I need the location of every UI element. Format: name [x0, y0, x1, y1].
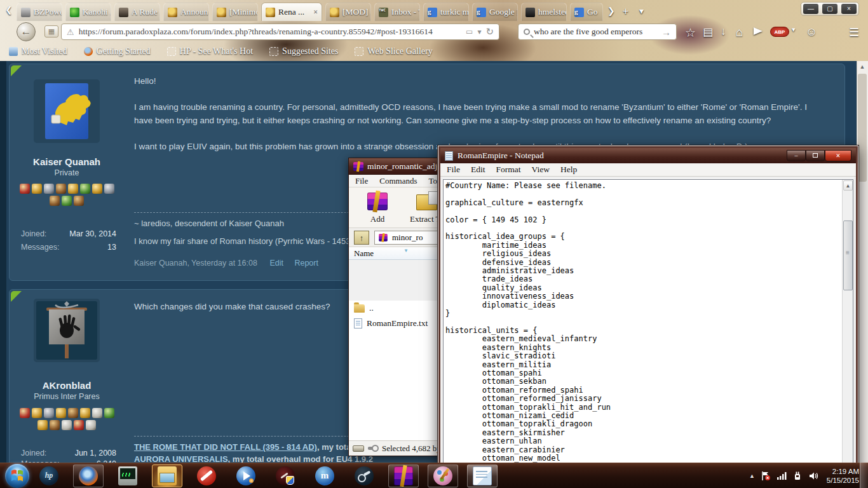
tab-bzpower[interactable]: BZPowe... — [17, 3, 62, 21]
tab-mod[interactable]: [MOD] ... — [325, 3, 371, 21]
scroll-up-icon[interactable]: ▲ — [843, 180, 853, 191]
menu-file[interactable]: File — [447, 165, 460, 176]
achievement-badge-icon — [80, 184, 90, 194]
taskbar-firefox[interactable] — [73, 464, 104, 487]
taskbar-winrar[interactable] — [388, 464, 419, 487]
bookmark-web-slice[interactable]: Web Slice Gallery — [355, 46, 432, 57]
notepad-titlebar[interactable]: RomanEmpire - Notepad – × — [440, 148, 856, 163]
search-box[interactable]: who are the five good emperors → — [518, 24, 677, 40]
share-pointer-icon[interactable] — [754, 27, 763, 35]
notepad-icon — [473, 466, 492, 485]
close-button[interactable]: × — [825, 150, 851, 161]
taskbar-gauge-app[interactable] — [270, 464, 301, 487]
close-button[interactable]: × — [841, 4, 857, 14]
edit-link[interactable]: Edit — [269, 259, 283, 268]
mod-link[interactable]: AURORA UNIVERSALIS — [134, 454, 228, 463]
tab-scroll-left-icon[interactable]: ❮ — [4, 5, 14, 17]
notepad-content[interactable]: #Country Name: Please see filename. grap… — [445, 182, 840, 482]
avatar[interactable] — [34, 299, 100, 362]
network-signal-icon[interactable] — [776, 471, 787, 481]
hamburger-menu-icon[interactable]: ☰ — [849, 25, 859, 39]
tab-turkic[interactable]: gturkic m... — [423, 3, 469, 21]
taskbar-media-player[interactable] — [231, 464, 261, 487]
avatar[interactable] — [34, 79, 100, 143]
taskbar-steam[interactable] — [349, 464, 379, 487]
reload-icon[interactable]: ↻ — [485, 26, 494, 37]
minimize-button[interactable]: — — [803, 4, 818, 14]
search-go-icon[interactable]: → — [661, 27, 671, 37]
back-button[interactable]: ← — [17, 22, 36, 41]
mod-link[interactable]: THE ROME THAT DID NOT FALL (395 - 814 AD… — [134, 442, 317, 452]
taskbar-messenger[interactable]: m — [309, 464, 340, 487]
maximize-button[interactable] — [806, 150, 825, 161]
taskbar-blocked-app[interactable] — [191, 464, 222, 487]
menu-edit[interactable]: Edit — [471, 165, 485, 176]
menu-tools[interactable]: To — [428, 176, 437, 187]
tab-a-rude[interactable]: A Rude ... — [114, 3, 160, 21]
show-hidden-icons-button[interactable]: ▲ — [749, 473, 755, 479]
url-text[interactable]: https://forum.paradoxplaza.com/forum/ind… — [79, 27, 461, 37]
minimize-button[interactable]: – — [787, 150, 806, 161]
bookmark-hp[interactable]: HP - See What's Hot — [167, 46, 253, 57]
feedback-smiley-icon[interactable]: ☺ — [806, 25, 817, 39]
notepad-text-area[interactable]: #Country Name: Please see filename. grap… — [443, 179, 853, 482]
menu-view[interactable]: View — [532, 165, 550, 176]
home-icon[interactable]: ⌂ — [736, 25, 743, 39]
taskbar-explorer[interactable] — [152, 464, 182, 487]
scrollbar-thumb[interactable] — [843, 220, 853, 290]
tab-minimod[interactable]: [Minimo... — [212, 3, 258, 21]
bookmark-getting-started[interactable]: Getting Started — [84, 46, 151, 57]
notepad-scrollbar[interactable]: ▲ — [842, 180, 853, 482]
taskbar-clock[interactable]: 2:19 AM 5/15/2015 — [827, 467, 859, 485]
new-tab-button[interactable]: + — [623, 6, 628, 17]
menu-help[interactable]: Help — [560, 165, 577, 176]
tab-scroll-right-icon[interactable]: ❯ — [607, 6, 615, 16]
reader-mode-icon[interactable]: ▭ — [466, 27, 473, 36]
taskbar: hp m ▲ 2:19 AM 5/15/2015 — [0, 463, 868, 488]
tab-close-icon[interactable]: × — [313, 8, 318, 17]
achievement-badges — [16, 184, 118, 206]
taskbar-notepad[interactable] — [467, 464, 498, 487]
power-plug-icon[interactable] — [792, 471, 803, 481]
abp-dropdown-icon[interactable]: ▾ — [792, 25, 796, 34]
tab-google[interactable]: gGoogle I... — [472, 3, 518, 21]
tab-label: Google I... — [489, 7, 518, 17]
volume-icon[interactable] — [808, 471, 818, 481]
url-bar[interactable]: ⚠ https://forum.paradoxplaza.com/forum/i… — [61, 24, 499, 40]
up-directory-button[interactable]: ↑ — [354, 231, 369, 245]
achievement-badge-icon — [62, 420, 72, 430]
downloads-icon[interactable]: ↓ — [721, 25, 726, 38]
action-center-flag-icon[interactable] — [761, 471, 771, 481]
tab-inbox[interactable]: TWCInbox - T... — [374, 3, 420, 21]
security-warning-icon[interactable]: ⚠ — [67, 27, 74, 37]
scrollbar-thumb[interactable] — [858, 74, 867, 182]
menu-file[interactable]: File — [355, 176, 368, 187]
url-dropdown-icon[interactable]: ▾ — [477, 27, 481, 36]
list-all-tabs-icon[interactable]: ▾ — [639, 6, 644, 16]
scroll-up-icon[interactable]: ▲ — [858, 62, 867, 71]
tab-renaming-active[interactable]: Rena ...× — [261, 3, 322, 21]
maximize-button[interactable]: ▢ — [822, 4, 837, 14]
tab-groups-icon[interactable]: ▦ — [44, 25, 58, 37]
bookmark-suggested-sites[interactable]: Suggested Sites — [269, 46, 338, 57]
tab-kanohi[interactable]: Kanohi ... — [65, 3, 111, 21]
show-desktop-button[interactable] — [860, 463, 868, 488]
tab-google-2[interactable]: gGo — [570, 3, 603, 21]
adblock-plus-icon[interactable]: ABP — [770, 27, 789, 37]
taskbar-resource-monitor[interactable] — [112, 464, 143, 487]
tab-hmelstee[interactable]: hmelstee... — [521, 3, 567, 21]
start-button[interactable] — [5, 464, 29, 488]
bookmark-most-visited[interactable]: Most Visited — [9, 46, 67, 57]
username[interactable]: Kaiser Quanah — [10, 156, 124, 167]
report-link[interactable]: Report — [294, 259, 318, 268]
add-button[interactable]: Add — [358, 190, 397, 227]
menu-format[interactable]: Format — [496, 165, 521, 176]
username[interactable]: AKronblad — [10, 380, 124, 391]
menu-commands[interactable]: Commands — [379, 176, 417, 187]
bookmarks-list-icon[interactable]: ▤ — [703, 25, 713, 39]
bookmark-star-icon[interactable]: ☆ — [685, 25, 696, 40]
taskbar-paint[interactable] — [428, 464, 458, 487]
taskbar-hp-advisor[interactable]: hp — [34, 464, 64, 487]
search-input[interactable]: who are the five good emperors — [534, 27, 658, 37]
tab-announcement[interactable]: Announ... — [163, 3, 209, 21]
